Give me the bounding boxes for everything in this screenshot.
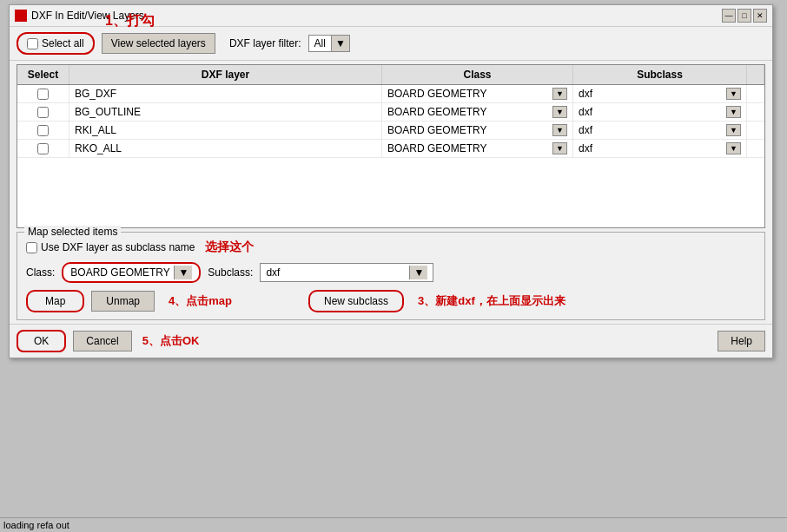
window-title: DXF In Edit/View Layers bbox=[31, 10, 144, 22]
title-bar-controls: — □ ✕ bbox=[722, 9, 767, 23]
header-subclass: Subclass bbox=[573, 65, 747, 84]
row1-select[interactable] bbox=[17, 85, 69, 102]
row3-layer: RKI_ALL bbox=[69, 122, 382, 139]
ok-btn-wrapper: OK bbox=[17, 330, 66, 352]
row2-subclass-arrow[interactable]: ▼ bbox=[726, 106, 741, 118]
select-all-button[interactable]: Select all bbox=[17, 32, 95, 55]
row4-class: BOARD GEOMETRY ▼ bbox=[382, 140, 573, 157]
close-button[interactable]: ✕ bbox=[753, 9, 767, 23]
row1-subclass: dxf ▼ bbox=[573, 85, 747, 102]
footer: OK Cancel 5、点击OK Help bbox=[10, 324, 772, 358]
row2-checkbox[interactable] bbox=[37, 107, 49, 118]
map-label: Map bbox=[45, 295, 65, 307]
row4-select[interactable] bbox=[17, 140, 69, 157]
row4-layer: RKO_ALL bbox=[69, 140, 382, 157]
row3-checkbox[interactable] bbox=[37, 125, 49, 136]
subclass-label: Subclass: bbox=[208, 266, 253, 279]
main-window: DXF In Edit/View Layers — □ ✕ Select all… bbox=[9, 4, 773, 358]
row3-select[interactable] bbox=[17, 122, 69, 139]
row1-class-arrow[interactable]: ▼ bbox=[552, 88, 567, 100]
header-scroll bbox=[747, 65, 764, 84]
row1-class: BOARD GEOMETRY ▼ bbox=[382, 85, 573, 102]
new-subclass-wrapper: New subclass bbox=[274, 290, 404, 312]
map-btn-wrapper: Map bbox=[26, 290, 84, 312]
subclass-value: dxf bbox=[266, 266, 280, 279]
maximize-button[interactable]: □ bbox=[737, 9, 751, 23]
filter-label: DXF layer filter: bbox=[229, 37, 301, 49]
unmap-label: Unmap bbox=[106, 295, 140, 307]
row1-subclass-arrow[interactable]: ▼ bbox=[726, 88, 741, 100]
title-bar: DXF In Edit/View Layers — □ ✕ bbox=[10, 5, 772, 27]
header-select: Select bbox=[17, 65, 69, 84]
annotation-step3: 3、新建dxf，在上面显示出来 bbox=[418, 293, 565, 309]
map-button[interactable]: Map bbox=[26, 290, 84, 312]
ok-label: OK bbox=[34, 335, 49, 347]
app-icon bbox=[15, 10, 27, 22]
ok-button[interactable]: OK bbox=[17, 330, 66, 352]
class-dropdown-arrow[interactable]: ▼ bbox=[174, 266, 192, 279]
filter-dropdown[interactable]: All ▼ bbox=[308, 35, 350, 52]
row2-class: BOARD GEOMETRY ▼ bbox=[382, 103, 573, 121]
class-value: BOARD GEOMETRY bbox=[70, 266, 169, 279]
select-all-checkbox[interactable] bbox=[27, 38, 38, 49]
subclass-dropdown-arrow[interactable]: ▼ bbox=[409, 266, 427, 279]
subclass-dropdown[interactable]: dxf ▼ bbox=[260, 263, 433, 282]
class-row: Class: BOARD GEOMETRY ▼ Subclass: dxf ▼ bbox=[26, 262, 756, 283]
filter-dropdown-arrow[interactable]: ▼ bbox=[331, 36, 349, 51]
class-dropdown[interactable]: BOARD GEOMETRY ▼ bbox=[62, 262, 201, 283]
annotation-step4: 4、点击map bbox=[169, 293, 232, 309]
view-selected-button[interactable]: View selected layers bbox=[102, 33, 215, 54]
class-label: Class: bbox=[26, 266, 55, 279]
layers-table: Select DXF layer Class Subclass BG_DXF B… bbox=[17, 64, 765, 228]
cancel-button[interactable]: Cancel bbox=[73, 331, 131, 351]
unmap-button[interactable]: Unmap bbox=[91, 291, 155, 312]
table-header: Select DXF layer Class Subclass bbox=[17, 65, 764, 85]
new-subclass-label: New subclass bbox=[324, 295, 388, 307]
table-row: BG_DXF BOARD GEOMETRY ▼ dxf ▼ bbox=[17, 85, 764, 103]
use-dxf-row: Use DXF layer as subclass name 选择这个 bbox=[26, 240, 756, 255]
filter-value: All bbox=[309, 36, 331, 51]
header-class: Class bbox=[382, 65, 573, 84]
row4-class-arrow[interactable]: ▼ bbox=[552, 142, 567, 154]
status-text: loading refa out bbox=[3, 520, 69, 530]
cancel-label: Cancel bbox=[86, 335, 118, 347]
row2-subclass: dxf ▼ bbox=[573, 103, 747, 121]
row4-subclass: dxf ▼ bbox=[573, 140, 747, 157]
row1-layer: BG_DXF bbox=[69, 85, 382, 102]
use-dxf-checkbox[interactable] bbox=[26, 242, 37, 253]
table-row: RKI_ALL BOARD GEOMETRY ▼ dxf ▼ bbox=[17, 122, 764, 140]
title-bar-left: DXF In Edit/View Layers bbox=[15, 10, 144, 22]
row2-layer: BG_OUTLINE bbox=[69, 103, 382, 121]
select-all-label: Select all bbox=[42, 37, 84, 49]
row2-class-arrow[interactable]: ▼ bbox=[552, 106, 567, 118]
row4-checkbox[interactable] bbox=[37, 143, 49, 154]
new-subclass-button[interactable]: New subclass bbox=[308, 290, 404, 312]
row4-subclass-arrow[interactable]: ▼ bbox=[726, 142, 741, 154]
row3-class-arrow[interactable]: ▼ bbox=[552, 124, 567, 136]
help-label: Help bbox=[731, 335, 752, 347]
table-row: RKO_ALL BOARD GEOMETRY ▼ dxf ▼ bbox=[17, 140, 764, 158]
annotation-step2: 选择这个 bbox=[205, 240, 254, 255]
row2-select[interactable] bbox=[17, 103, 69, 121]
toolbar: Select all 1、打勾 View selected layers DXF… bbox=[10, 27, 772, 61]
row3-class: BOARD GEOMETRY ▼ bbox=[382, 122, 573, 139]
header-dxf-layer: DXF layer bbox=[69, 65, 382, 84]
row3-subclass: dxf ▼ bbox=[573, 122, 747, 139]
annotation-step5: 5、点击OK bbox=[142, 333, 200, 349]
btn-row: Map Unmap 4、点击map New subclass 3、新建dxf，在… bbox=[26, 290, 756, 312]
view-selected-label: View selected layers bbox=[111, 37, 206, 49]
help-button[interactable]: Help bbox=[718, 331, 765, 351]
table-empty-area bbox=[17, 158, 764, 227]
row1-checkbox[interactable] bbox=[37, 89, 49, 100]
minimize-button[interactable]: — bbox=[722, 9, 736, 23]
status-bar: loading refa out bbox=[0, 517, 787, 532]
row3-subclass-arrow[interactable]: ▼ bbox=[726, 124, 741, 136]
table-body: BG_DXF BOARD GEOMETRY ▼ dxf ▼ BG_OUTLINE… bbox=[17, 85, 764, 227]
use-dxf-label: Use DXF layer as subclass name bbox=[41, 241, 195, 253]
table-row: BG_OUTLINE BOARD GEOMETRY ▼ dxf ▼ bbox=[17, 103, 764, 122]
map-section: Map selected items Use DXF layer as subc… bbox=[17, 232, 765, 320]
map-section-title: Map selected items bbox=[24, 226, 121, 238]
